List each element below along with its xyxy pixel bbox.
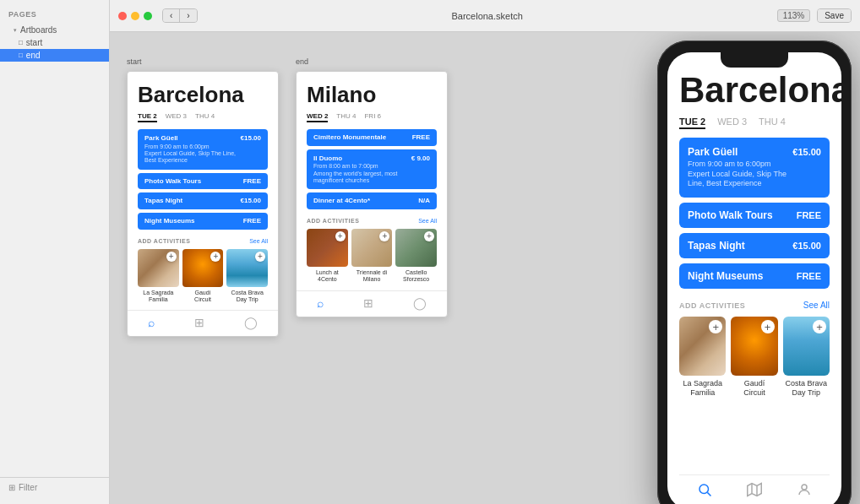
barcelona-thumbnail-row: + La SagradaFamilia + GaudíCircuit [138, 249, 268, 304]
iphone-map-icon[interactable] [747, 482, 762, 501]
thumb-card-lunch[interactable]: + Lunch at4Cento [307, 229, 348, 284]
iphone-thumb-costa[interactable]: + Costa BravaDay Trip [783, 317, 830, 398]
milano-day-wed[interactable]: WED 2 [307, 112, 328, 122]
minimize-button[interactable] [131, 12, 139, 20]
iphone-profile-icon[interactable] [797, 482, 812, 501]
thumb-plus-castello[interactable]: + [424, 231, 434, 241]
activity-price: €15.00 [241, 134, 261, 142]
add-activities-label: ADD ACTIVITIES [138, 238, 190, 244]
map-nav-icon-m[interactable]: ⊞ [363, 296, 373, 310]
search-nav-icon[interactable]: ⌕ [148, 316, 155, 329]
barcelona-day-tabs: TUE 2 WED 3 THU 4 [138, 112, 268, 122]
iphone-add-label: ADD ACTIVITIES [679, 301, 745, 310]
activity-row-tapas[interactable]: Tapas Night €15.00 [138, 192, 268, 209]
barcelona-activity-list: Park Güell From 9:00 am to 6:00pmExpert … [138, 129, 268, 230]
iphone-thumb-sagrada[interactable]: + La SagradaFamilia [679, 317, 726, 398]
see-all-link-m[interactable]: See All [418, 218, 437, 224]
activity-row-dinner[interactable]: Dinner at 4Cento* N/A [307, 192, 437, 209]
svg-line-1 [707, 492, 710, 496]
iphone-see-all[interactable]: See All [803, 301, 830, 310]
sidebar-header: PAGES [0, 7, 109, 24]
thumb-card-gaudi[interactable]: + GaudíCircuit [182, 249, 224, 304]
svg-point-5 [802, 485, 807, 490]
iphone-thumb-plus-costa[interactable]: + [813, 320, 826, 333]
sidebar-item-label: start [26, 38, 42, 47]
barcelona-day-thu[interactable]: THU 4 [195, 112, 215, 122]
iphone-activity-parkguell[interactable]: Park Güell From 9:00 am to 6:00pmExpert … [679, 138, 830, 198]
iphone-thumb-img-sagrada: + [679, 317, 726, 376]
see-all-link[interactable]: See All [249, 238, 268, 244]
sidebar-filter[interactable]: ⊞ Filter [0, 477, 109, 497]
milano-bottom-nav: ⌕ ⊞ ◯ [297, 290, 447, 317]
iphone-activity-museums[interactable]: Night Museums FREE [679, 263, 830, 289]
thumb-card-castello[interactable]: + CastelloSforzesco [395, 229, 437, 284]
save-button[interactable]: Save [818, 9, 851, 22]
thumb-img-costa: + [226, 249, 268, 287]
mac-toolbar: ‹ › Barcelona.sketch 113% Save [110, 0, 860, 32]
collapse-icon: ▾ [14, 27, 17, 34]
iphone-thumb-plus-gaudi[interactable]: + [761, 320, 775, 333]
barcelona-day-tue[interactable]: TUE 2 [138, 112, 157, 122]
milano-day-fri[interactable]: FRI 6 [364, 112, 381, 122]
search-nav-icon-m[interactable]: ⌕ [317, 296, 324, 310]
zoom-level[interactable]: 113% [777, 9, 811, 22]
forward-button[interactable]: › [180, 9, 196, 22]
map-nav-icon[interactable]: ⊞ [194, 316, 204, 329]
iphone-activity-price: FREE [797, 210, 821, 220]
add-activities-header-milano: ADD ACTIVITIES See All [307, 218, 437, 224]
thumb-label-lunch: Lunch at4Cento [307, 269, 348, 284]
iphone-screen-inner: Barcelona TUE 2 WED 3 THU 4 Park Güell F… [667, 52, 841, 504]
iphone-day-tabs: TUE 2 WED 3 THU 4 [679, 117, 830, 129]
traffic-lights [118, 12, 152, 20]
thumb-img-castello: + [395, 229, 437, 267]
barcelona-app-content: Barcelona TUE 2 WED 3 THU 4 Park Güell F… [128, 72, 278, 303]
thumb-img-sagrada: + [138, 249, 179, 287]
activity-row-photowalk[interactable]: Photo Walk Tours FREE [138, 173, 268, 190]
iphone-activity-name: Tapas Night [688, 240, 745, 252]
thumb-plus-triennale[interactable]: + [379, 231, 389, 241]
iphone-activity-sub: From 9:00 am to 6:00pmExpert Local Guide… [688, 160, 787, 189]
activity-row-cimitero[interactable]: Cimitero Monumentale FREE [307, 129, 437, 146]
iphone-activity-photowalk[interactable]: Photo Walk Tours FREE [679, 203, 830, 228]
phone-frame-milano: Milano WED 2 THU 4 FRI 6 Cimitero Monume… [296, 71, 448, 317]
milano-day-thu[interactable]: THU 4 [336, 112, 356, 122]
sidebar-item-end[interactable]: □ end [0, 49, 109, 62]
iphone-activity-name: Park Güell [688, 146, 787, 158]
sidebar-group-artboards[interactable]: ▾ Artboards [0, 24, 109, 36]
back-button[interactable]: ‹ [163, 9, 180, 22]
add-activities-header-barcelona: ADD ACTIVITIES See All [138, 238, 268, 244]
activity-row-parkguell[interactable]: Park Güell From 9:00 am to 6:00pmExpert … [138, 129, 268, 170]
thumb-plus-costa[interactable]: + [255, 252, 265, 262]
sidebar-item-start[interactable]: □ start [0, 36, 109, 49]
iphone-thumb-label-sagrada: La SagradaFamilia [679, 379, 726, 398]
iphone-activity-tapas[interactable]: Tapas Night €15.00 [679, 233, 830, 258]
iphone-day-thu[interactable]: THU 4 [759, 117, 786, 129]
barcelona-day-wed[interactable]: WED 3 [166, 112, 187, 122]
thumb-card-triennale[interactable]: + Triennale diMilano [351, 229, 393, 284]
thumb-card-costa[interactable]: + Costa BravaDay Trip [226, 249, 268, 304]
thumb-label-gaudi: GaudíCircuit [182, 290, 224, 304]
milano-day-tabs: WED 2 THU 4 FRI 6 [307, 112, 437, 122]
phone-frame-barcelona: Barcelona TUE 2 WED 3 THU 4 Park Güell F… [127, 71, 279, 337]
thumb-plus-gaudi[interactable]: + [210, 252, 220, 262]
iphone-day-wed[interactable]: WED 3 [717, 117, 747, 129]
iphone-search-icon[interactable] [697, 482, 712, 501]
fullscreen-button[interactable] [144, 12, 152, 20]
milano-app-content: Milano WED 2 THU 4 FRI 6 Cimitero Monume… [297, 72, 447, 284]
thumb-plus-sagrada[interactable]: + [166, 252, 177, 262]
iphone-thumb-label-gaudi: GaudíCircuit [731, 379, 777, 398]
close-button[interactable] [118, 12, 127, 20]
thumb-plus-lunch[interactable]: + [335, 231, 346, 241]
iphone-thumb-gaudi[interactable]: + GaudíCircuit [731, 317, 777, 398]
profile-nav-icon[interactable]: ◯ [244, 316, 258, 329]
barcelona-city-title: Barcelona [138, 84, 268, 106]
thumb-card-sagrada[interactable]: + La SagradaFamilia [138, 249, 179, 304]
iphone-day-tue[interactable]: TUE 2 [679, 117, 705, 129]
profile-nav-icon-m[interactable]: ◯ [413, 296, 427, 310]
iphone-thumb-plus-sagrada[interactable]: + [709, 320, 722, 333]
iphone-add-header: ADD ACTIVITIES See All [679, 301, 830, 310]
nav-buttons: ‹ › [162, 8, 198, 23]
activity-row-duomo[interactable]: Il Duomo From 8:00 am to 7:00pmAmong the… [307, 149, 437, 190]
activity-row-museums[interactable]: Night Museums FREE [138, 213, 268, 230]
iphone-thumb-label-costa: Costa BravaDay Trip [783, 379, 830, 398]
